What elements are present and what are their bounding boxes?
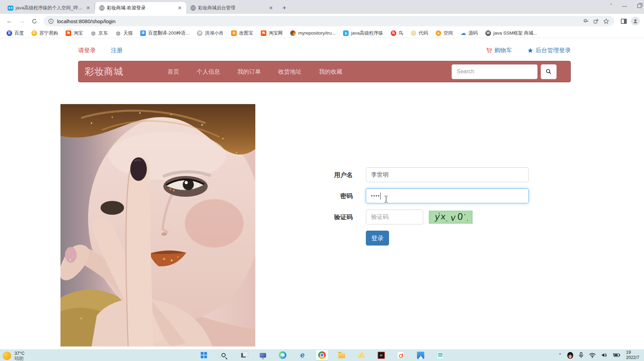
navbar-item[interactable]: 我的收藏 bbox=[319, 68, 342, 76]
tab-title: 彩妆商城后台管理 bbox=[198, 5, 266, 11]
taskbar-apps: e IJ bbox=[198, 349, 446, 361]
bookmark-favicon-icon: ◍ bbox=[91, 30, 96, 36]
password-input[interactable]: •••• bbox=[366, 188, 529, 203]
bookmark-item[interactable]: b java高级程序猿 bbox=[340, 29, 386, 37]
svg-text:0: 0 bbox=[457, 211, 464, 222]
bookmark-label: 淘宝网 bbox=[269, 30, 283, 36]
window-minimize-button[interactable]: — bbox=[622, 3, 627, 8]
bookmark-item[interactable]: 洪 洪湖小肖 bbox=[194, 29, 227, 37]
tab-close-icon[interactable]: ✕ bbox=[85, 5, 91, 11]
address-bar[interactable]: localhost:8080/shop/login bbox=[44, 16, 614, 26]
microphone-icon[interactable] bbox=[579, 352, 584, 358]
bilibili-favicon-icon bbox=[8, 6, 13, 11]
tray-expand-icon[interactable]: ⌃ bbox=[558, 353, 562, 358]
tab-shop-admin[interactable]: 彩妆商城后台管理 ✕ bbox=[186, 2, 277, 14]
navbar-item[interactable]: 收货地址 bbox=[278, 68, 302, 76]
tab-close-icon[interactable]: ✕ bbox=[268, 5, 274, 11]
bookmark-label: java高级程序猿 bbox=[351, 30, 383, 36]
browser-window: java高级程序猿的个人空间_哔哩... ✕ 彩妆商城-欢迎登录 ✕ 彩妆商城后… bbox=[0, 0, 644, 361]
internet-explorer-icon[interactable]: e bbox=[296, 350, 309, 360]
tab-bilibili[interactable]: java高级程序猿的个人空间_哔哩... ✕ bbox=[3, 2, 95, 14]
login-link[interactable]: 请登录 bbox=[78, 46, 96, 54]
qq-icon[interactable] bbox=[567, 352, 573, 359]
admin-login-link[interactable]: 后台管理登录 bbox=[527, 46, 571, 54]
bookmark-item[interactable]: ★ 空间 bbox=[433, 29, 456, 37]
navbar-item[interactable]: 首页 bbox=[168, 68, 179, 76]
bookmark-favicon-icon: 改 bbox=[231, 30, 237, 36]
bookmark-item[interactable]: W java SSM框架 商城... bbox=[482, 29, 540, 37]
navbar-item[interactable]: 个人信息 bbox=[197, 68, 220, 76]
bookmark-item[interactable]: ☁ 源码 bbox=[457, 29, 481, 37]
new-tab-button[interactable]: + bbox=[280, 3, 289, 13]
photos-app-icon[interactable] bbox=[414, 350, 427, 360]
bookmark-item[interactable]: 淘 淘宝 bbox=[63, 29, 86, 37]
window-restore-button[interactable] bbox=[637, 4, 641, 8]
cart-link[interactable]: 购物车 bbox=[486, 46, 512, 54]
bookmark-favicon-icon: ★ bbox=[436, 30, 441, 36]
reload-button[interactable] bbox=[29, 16, 39, 26]
battery-icon[interactable] bbox=[613, 353, 621, 358]
share-icon[interactable] bbox=[593, 18, 599, 25]
file-explorer-icon[interactable] bbox=[335, 350, 348, 360]
bookmark-item[interactable]: 苏 苏宁易购 bbox=[28, 29, 61, 37]
bookmark-item[interactable]: 淘 淘宝网 bbox=[258, 29, 286, 37]
navbar-search bbox=[452, 64, 557, 79]
tab-search-chevron-icon[interactable]: ˇ bbox=[610, 3, 612, 8]
bookmark-item[interactable]: ◍ 京东 bbox=[87, 29, 111, 37]
search-input[interactable] bbox=[452, 64, 538, 79]
bookmark-favicon-icon: b bbox=[343, 30, 349, 36]
bookmark-favicon-icon: 淘 bbox=[261, 30, 266, 36]
edge-icon[interactable] bbox=[276, 350, 289, 360]
notepad-icon[interactable] bbox=[434, 350, 446, 360]
shop-brand[interactable]: 彩妆商城 bbox=[85, 65, 123, 78]
password-key-icon[interactable] bbox=[583, 18, 589, 25]
window-controls: ˇ — bbox=[610, 0, 641, 12]
start-button[interactable] bbox=[198, 350, 210, 360]
taskbar: 37°C 晴朗 e IJ ⌃ 19 bbox=[0, 349, 644, 361]
taskbar-clock[interactable]: 19 2022/7 bbox=[626, 350, 644, 360]
page-topbar: 请登录 注册 购物车 后台管理登录 bbox=[78, 46, 571, 54]
back-button[interactable]: ← bbox=[4, 16, 15, 26]
intellij-idea-icon[interactable]: IJ bbox=[375, 350, 387, 360]
profile-avatar[interactable] bbox=[631, 17, 640, 26]
app-cluster-icon[interactable] bbox=[355, 350, 368, 360]
register-link[interactable]: 注册 bbox=[111, 46, 123, 54]
bookmark-item[interactable]: myrepository/tru... bbox=[287, 30, 339, 37]
forward-button[interactable]: → bbox=[17, 16, 27, 26]
search-button[interactable] bbox=[541, 64, 557, 79]
tab-shop-login[interactable]: 彩妆商城-欢迎登录 ✕ bbox=[95, 2, 186, 14]
bookmark-item[interactable]: ◍ 天猫 bbox=[112, 29, 136, 37]
bookmark-favicon-icon: 百 bbox=[7, 30, 12, 36]
docs-app-icon[interactable] bbox=[395, 350, 407, 360]
bookmark-item[interactable]: 译 百度翻译-200种语... bbox=[137, 29, 192, 37]
taskbar-search-button[interactable] bbox=[217, 350, 230, 360]
login-submit-button[interactable]: 登录 bbox=[366, 231, 389, 246]
tab-close-icon[interactable]: ✕ bbox=[177, 5, 183, 11]
captcha-label: 验证码 bbox=[302, 213, 353, 221]
shop-navbar: 彩妆商城 首页个人信息我的订单收货地址我的收藏 bbox=[78, 61, 571, 82]
this-pc-icon[interactable] bbox=[257, 350, 269, 360]
username-input[interactable] bbox=[366, 167, 529, 182]
bookmark-favicon-icon: 鸟 bbox=[391, 30, 396, 36]
shop-login-page: 请登录 注册 购物车 后台管理登录 彩妆商城 首页个人信息我的订单收货地址我的收… bbox=[0, 38, 644, 349]
bookmark-favicon-icon: 译 bbox=[140, 30, 146, 36]
chrome-icon[interactable] bbox=[316, 350, 328, 360]
bookmark-item[interactable]: 代码 bbox=[408, 29, 431, 37]
bookmark-favicon-icon: 苏 bbox=[31, 30, 37, 36]
site-info-icon[interactable] bbox=[48, 19, 54, 24]
bookmark-star-icon[interactable] bbox=[603, 18, 609, 25]
bookmark-label: 天猫 bbox=[123, 30, 133, 36]
bookmark-item[interactable]: 鸟 鸟 bbox=[388, 29, 407, 37]
captcha-input[interactable] bbox=[366, 210, 423, 224]
captcha-image[interactable]: y x v 0 bbox=[429, 211, 473, 224]
wifi-icon[interactable] bbox=[589, 353, 596, 358]
svg-text:x: x bbox=[440, 212, 446, 222]
volume-icon[interactable] bbox=[601, 352, 607, 358]
navbar-item[interactable]: 我的订单 bbox=[237, 68, 261, 76]
side-panel-button[interactable] bbox=[618, 16, 629, 26]
model-photo bbox=[60, 104, 255, 346]
bookmark-item[interactable]: 百 百度 bbox=[3, 29, 27, 37]
bookmark-item[interactable]: 改 改图宝 bbox=[228, 29, 256, 37]
task-view-button[interactable] bbox=[237, 350, 249, 360]
weather-widget[interactable]: 37°C 晴朗 bbox=[3, 351, 25, 361]
